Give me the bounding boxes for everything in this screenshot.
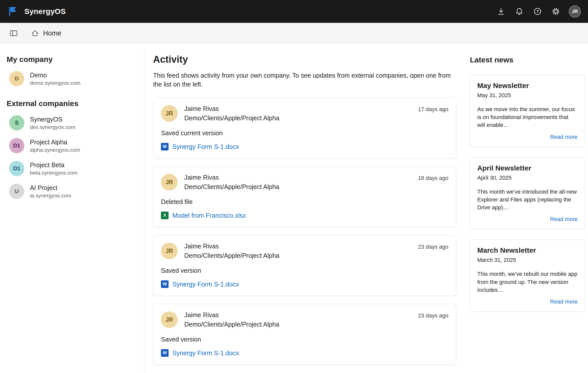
read-more-link[interactable]: Read more xyxy=(477,134,578,140)
file-path: Demo/Clients/Apple/Project Alpha xyxy=(184,252,279,259)
latest-news-heading: Latest news xyxy=(470,56,585,64)
news-title: March Newsletter xyxy=(477,246,578,255)
activity-card: JR Jaime Rivas Demo/Clients/Apple/Projec… xyxy=(153,166,456,227)
file-link[interactable]: Synergy Form S-1.docx xyxy=(172,349,239,357)
external-company-list: S SynergyOS dev.synergyos.com D1 Project… xyxy=(7,111,138,203)
news-date: May 31, 2025 xyxy=(477,92,578,99)
action-label: Saved current version xyxy=(161,129,448,137)
breadcrumb-bar: Home xyxy=(0,23,588,44)
news-title: May Newsletter xyxy=(477,82,578,90)
help-icon: ? xyxy=(533,7,542,16)
company-name: SynergyOS xyxy=(30,116,75,123)
read-more-link[interactable]: Read more xyxy=(477,298,578,305)
app-title: SynergyOS xyxy=(24,7,66,16)
user-name: Jaime Rivas xyxy=(184,105,279,112)
activity-card-header: JR Jaime Rivas Demo/Clients/Apple/Projec… xyxy=(161,243,448,259)
company-item[interactable]: S SynergyOS dev.synergyos.com xyxy=(7,111,138,134)
company-name: AI Project xyxy=(30,184,71,192)
news-list: May Newsletter May 31, 2025 As we move i… xyxy=(470,75,585,311)
svg-text:?: ? xyxy=(536,9,539,13)
file-link[interactable]: Synergy Form S-1.docx xyxy=(172,143,239,150)
user-name: Jaime Rivas xyxy=(184,174,279,181)
file-type-icon: W xyxy=(161,349,169,357)
breadcrumb-home-label: Home xyxy=(43,29,61,37)
company-avatar: S xyxy=(9,115,24,130)
company-name: Project Beta xyxy=(30,161,78,169)
download-icon xyxy=(497,7,506,16)
activity-card-header: JR Jaime Rivas Demo/Clients/Apple/Projec… xyxy=(161,311,448,328)
sidebar-toggle-button[interactable] xyxy=(7,26,21,40)
company-name: Demo xyxy=(30,72,81,79)
file-row: W Synergy Form S-1.docx xyxy=(161,143,448,150)
company-item[interactable]: D Demo demo.synergyos.com xyxy=(7,67,138,90)
file-path: Demo/Clients/Apple/Project Alpha xyxy=(184,183,279,191)
company-item[interactable]: D1 Project Beta beta.synergyos.com xyxy=(7,157,138,180)
company-avatar: U xyxy=(9,184,24,199)
news-date: April 30, 2025 xyxy=(477,175,578,181)
activity-title: Activity xyxy=(153,54,456,65)
file-path: Demo/Clients/Apple/Project Alpha xyxy=(184,114,279,122)
file-row: W Synergy Form S-1.docx xyxy=(161,280,448,288)
company-item[interactable]: U AI Project ai.synergyos.com xyxy=(7,180,138,203)
company-domain: ai.synergyos.com xyxy=(30,193,71,199)
company-avatar: D1 xyxy=(9,138,24,153)
read-more-link[interactable]: Read more xyxy=(477,216,578,223)
user-block: Jaime Rivas Demo/Clients/Apple/Project A… xyxy=(184,174,279,191)
timestamp: 23 days ago xyxy=(418,311,448,319)
latest-news-panel: Latest news May Newsletter May 31, 2025 … xyxy=(466,44,588,373)
notifications-button[interactable] xyxy=(511,4,527,19)
user-avatar-button[interactable]: JR xyxy=(569,5,581,18)
timestamp: 17 days ago xyxy=(418,105,448,113)
company-item[interactable]: D1 Project Alpha alpha.synergyos.com xyxy=(7,134,138,157)
user-name: Jaime Rivas xyxy=(184,311,279,319)
activity-card: JR Jaime Rivas Demo/Clients/Apple/Projec… xyxy=(153,304,456,365)
app-logo-icon[interactable] xyxy=(7,6,18,17)
download-button[interactable] xyxy=(493,4,509,19)
panel-toggle-icon xyxy=(9,29,18,38)
timestamp: 23 days ago xyxy=(418,243,448,250)
activity-list: JR Jaime Rivas Demo/Clients/Apple/Projec… xyxy=(153,98,456,365)
company-sidebar: My company D Demo demo.synergyos.com Ext… xyxy=(0,44,144,373)
timestamp: 18 days ago xyxy=(418,174,448,181)
company-domain: demo.synergyos.com xyxy=(30,80,81,86)
file-row: W Synergy Form S-1.docx xyxy=(161,349,448,357)
company-domain: beta.synergyos.com xyxy=(30,170,78,176)
news-card: March Newsletter March 31, 2025 This mon… xyxy=(470,240,585,311)
file-type-icon: W xyxy=(161,280,169,288)
breadcrumb-home[interactable]: Home xyxy=(31,29,61,37)
company-info: Project Beta beta.synergyos.com xyxy=(30,161,78,176)
user-block: Jaime Rivas Demo/Clients/Apple/Project A… xyxy=(184,311,279,328)
action-label: Saved version xyxy=(161,336,448,343)
news-excerpt: This month we’ve introduced the all-new … xyxy=(477,188,578,212)
page-content: My company D Demo demo.synergyos.com Ext… xyxy=(0,44,588,373)
home-icon xyxy=(31,29,39,37)
news-card: May Newsletter May 31, 2025 As we move i… xyxy=(470,75,585,147)
user-block: Jaime Rivas Demo/Clients/Apple/Project A… xyxy=(184,243,279,259)
file-link[interactable]: Model from Francisco.xlsx xyxy=(172,212,246,219)
company-info: AI Project ai.synergyos.com xyxy=(30,184,71,199)
top-app-bar: SynergyOS ? JR xyxy=(0,0,588,23)
activity-card: JR Jaime Rivas Demo/Clients/Apple/Projec… xyxy=(153,98,456,158)
settings-button[interactable] xyxy=(548,4,564,19)
file-type-icon: W xyxy=(161,143,169,150)
file-row: X Model from Francisco.xlsx xyxy=(161,212,448,219)
company-avatar: D1 xyxy=(9,161,24,176)
action-label: Deleted file xyxy=(161,198,448,206)
activity-card-header: JR Jaime Rivas Demo/Clients/Apple/Projec… xyxy=(161,105,448,122)
user-block: Jaime Rivas Demo/Clients/Apple/Project A… xyxy=(184,105,279,122)
help-button[interactable]: ? xyxy=(530,4,545,19)
bell-icon xyxy=(515,7,524,16)
company-domain: dev.synergyos.com xyxy=(30,124,75,130)
file-path: Demo/Clients/Apple/Project Alpha xyxy=(184,321,279,328)
news-title: April Newsletter xyxy=(477,164,578,172)
company-name: Project Alpha xyxy=(30,139,80,146)
activity-card-header: JR Jaime Rivas Demo/Clients/Apple/Projec… xyxy=(161,174,448,191)
gear-icon xyxy=(551,7,560,16)
company-avatar: D xyxy=(9,71,24,86)
user-avatar: JR xyxy=(161,311,178,328)
topbar-actions: ? JR xyxy=(493,4,581,19)
user-avatar: JR xyxy=(161,105,178,122)
file-link[interactable]: Synergy Form S-1.docx xyxy=(172,281,239,288)
company-info: SynergyOS dev.synergyos.com xyxy=(30,116,75,130)
my-company-heading: My company xyxy=(7,55,138,64)
